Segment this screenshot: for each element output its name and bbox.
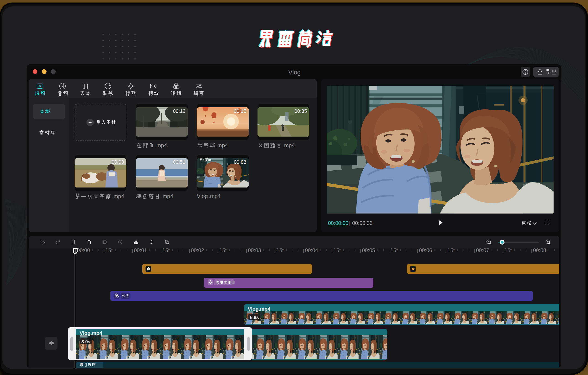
- svg-text:00:07: 00:07: [476, 248, 489, 253]
- svg-text:15f: 15f: [504, 248, 512, 253]
- svg-text:15f: 15f: [162, 248, 170, 253]
- svg-text:15f: 15f: [105, 248, 113, 253]
- svg-text:15f: 15f: [448, 248, 455, 253]
- svg-text:00:01: 00:01: [134, 248, 147, 253]
- svg-text:00:06: 00:06: [419, 248, 432, 253]
- svg-text:00:00: 00:00: [77, 248, 90, 253]
- svg-text:15f: 15f: [334, 248, 341, 253]
- svg-text:15f: 15f: [390, 248, 398, 253]
- svg-text:00:05: 00:05: [362, 248, 375, 253]
- svg-text:15f: 15f: [220, 248, 227, 253]
- svg-text:15f: 15f: [276, 248, 284, 253]
- svg-text:00:08: 00:08: [533, 248, 546, 253]
- svg-text:00:03: 00:03: [248, 248, 261, 253]
- svg-text:00:04: 00:04: [305, 248, 318, 253]
- svg-text:00:02: 00:02: [191, 248, 204, 253]
